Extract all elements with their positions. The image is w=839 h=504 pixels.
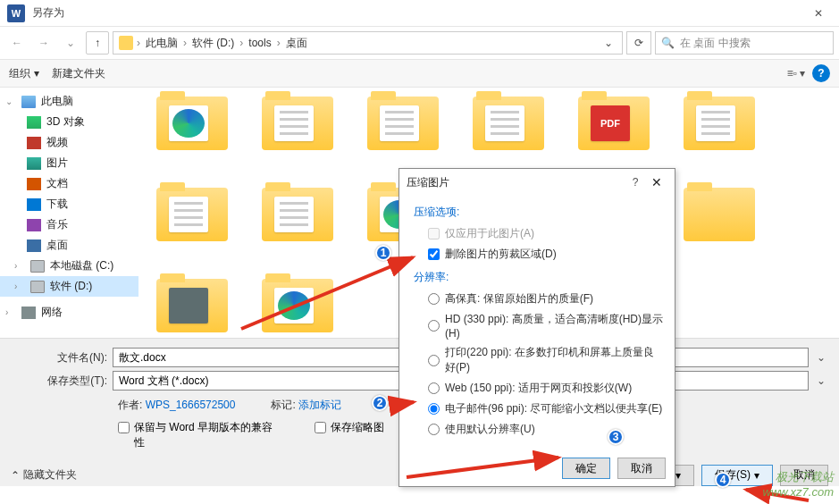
dialog-cancel-button[interactable]: 取消 <box>617 458 666 479</box>
folder-item[interactable] <box>367 97 446 164</box>
radio-hd[interactable]: HD (330 ppi): 高质量，适合高清晰度(HD)显示(H) <box>414 309 664 342</box>
opt-delete-cropped[interactable]: 删除图片的剪裁区域(D) <box>414 244 664 265</box>
help-icon[interactable]: ? <box>812 64 830 82</box>
hide-folders-toggle[interactable]: ⌃ 隐藏文件夹 <box>11 467 77 483</box>
folder-item[interactable] <box>473 97 551 164</box>
nav-forward-button: → <box>32 31 55 55</box>
chevron-down-icon[interactable]: ⌄ <box>600 37 617 49</box>
chevron-right-icon: › <box>137 37 140 49</box>
dialog-help-icon[interactable]: ? <box>625 176 646 189</box>
chevron-right-icon: › <box>277 37 281 49</box>
folder-item[interactable]: PDF <box>578 97 657 164</box>
annotation-marker-2: 2 <box>372 395 388 411</box>
chevron-right-icon: › <box>239 37 243 49</box>
sidebar-item-pic[interactable]: 图片 <box>0 153 138 173</box>
section-resolution: 分辨率: <box>414 270 664 285</box>
dialog-ok-button[interactable]: 确定 <box>562 458 610 479</box>
word-icon: W <box>7 4 25 22</box>
sidebar-item-ddisk[interactable]: ›软件 (D:) <box>0 276 138 297</box>
author-value[interactable]: WPS_1666572500 <box>146 399 236 411</box>
sidebar-item-music[interactable]: 音乐 <box>0 214 138 235</box>
watermark: 极光下载站 www.xz7.com <box>763 469 834 499</box>
sidebar-item-cdisk[interactable]: ›本地磁盘 (C:) <box>0 256 138 276</box>
sidebar-item-net[interactable]: ›网络 <box>0 302 138 323</box>
chevron-down-icon: ▾ <box>754 469 759 482</box>
annotation-marker-3: 3 <box>608 429 624 445</box>
close-icon[interactable]: ✕ <box>805 0 832 27</box>
breadcrumb-desktop[interactable]: 桌面 <box>284 36 309 51</box>
chevron-down-icon: ▾ <box>675 469 681 482</box>
nav-up-button[interactable]: ↑ <box>86 31 109 55</box>
radio-high-fidelity[interactable]: 高保真: 保留原始图片的质量(F) <box>414 289 664 309</box>
folder-item[interactable] <box>156 279 235 338</box>
chevron-down-icon[interactable]: ⌄ <box>814 351 828 364</box>
folder-item[interactable] <box>262 279 340 338</box>
window-title: 另存为 <box>32 5 64 21</box>
sidebar-item-pc[interactable]: ⌄此电脑 <box>0 91 138 112</box>
sidebar-item-video[interactable]: 视频 <box>0 132 138 153</box>
sidebar: ⌄此电脑 3D 对象 视频 图片 文档 下载 音乐 桌面 ›本地磁盘 (C:) … <box>0 88 138 338</box>
chevron-up-icon: ⌃ <box>11 469 20 482</box>
chevron-down-icon[interactable]: ⌄ <box>814 374 828 387</box>
radio-email[interactable]: 电子邮件(96 ppi): 尽可能缩小文档以便共享(E) <box>414 399 664 419</box>
tag-label: 标记: <box>271 399 295 411</box>
thumb-checkbox[interactable]: 保存缩略图 <box>315 420 384 450</box>
tag-value[interactable]: 添加标记 <box>298 399 341 411</box>
annotation-marker-4: 4 <box>715 472 731 488</box>
breadcrumb-d[interactable]: 软件 (D:) <box>190 36 236 51</box>
toolbar: 组织 ▾ 新建文件夹 ≡▫ ▾ ? <box>0 59 839 88</box>
sidebar-item-download[interactable]: 下载 <box>0 194 138 214</box>
folder-item[interactable] <box>262 188 340 256</box>
address-bar[interactable]: › 此电脑 › 软件 (D:) › tools › 桌面 ⌄ <box>113 31 623 55</box>
folder-item[interactable] <box>156 188 235 256</box>
savetype-label: 保存类型(T): <box>11 374 107 389</box>
organize-menu[interactable]: 组织 ▾ <box>9 66 39 81</box>
section-compress-options: 压缩选项: <box>414 205 664 220</box>
radio-web[interactable]: Web (150 ppi): 适用于网页和投影仪(W) <box>414 378 664 399</box>
new-folder-button[interactable]: 新建文件夹 <box>52 66 105 81</box>
search-icon: 🔍 <box>661 37 675 49</box>
folder-item[interactable] <box>262 97 340 164</box>
dialog-close-icon[interactable]: ✕ <box>646 175 667 189</box>
radio-print[interactable]: 打印(220 ppi): 在多数打印机和屏幕上质量良好(P) <box>414 342 664 378</box>
navbar: ← → ⌄ ↑ › 此电脑 › 软件 (D:) › tools › 桌面 ⌄ ⟳… <box>0 27 839 59</box>
sidebar-item-desk[interactable]: 桌面 <box>0 235 138 256</box>
refresh-button[interactable]: ⟳ <box>626 31 651 55</box>
radio-default[interactable]: 使用默认分辨率(U) <box>414 419 664 440</box>
sidebar-item-3d[interactable]: 3D 对象 <box>0 112 138 132</box>
compat-checkbox[interactable]: 保留与 Word 早期版本的兼容性 <box>118 420 279 450</box>
search-input[interactable]: 🔍 在 桌面 中搜索 <box>655 31 834 55</box>
filename-label: 文件名(N): <box>11 350 107 365</box>
breadcrumb-tools[interactable]: tools <box>247 37 273 49</box>
folder-icon <box>119 36 133 50</box>
dialog-title: 压缩图片 <box>407 175 625 190</box>
compress-pictures-dialog: 压缩图片 ? ✕ 压缩选项: 仅应用于此图片(A) 删除图片的剪裁区域(D) 分… <box>399 168 675 487</box>
chevron-right-icon: › <box>183 37 187 49</box>
view-mode-button[interactable]: ≡▫ ▾ <box>785 64 807 82</box>
folder-item[interactable] <box>156 97 235 164</box>
breadcrumb-pc[interactable]: 此电脑 <box>144 36 180 51</box>
nav-recent-button[interactable]: ⌄ <box>59 31 82 55</box>
chevron-down-icon: ▾ <box>34 67 39 80</box>
annotation-marker-1: 1 <box>375 245 391 261</box>
folder-item[interactable] <box>684 188 762 256</box>
author-label: 作者: <box>118 399 142 411</box>
titlebar: W 另存为 ✕ <box>0 0 839 27</box>
search-placeholder: 在 桌面 中搜索 <box>680 36 751 51</box>
sidebar-item-doc[interactable]: 文档 <box>0 173 138 194</box>
opt-apply-only: 仅应用于此图片(A) <box>414 223 664 244</box>
folder-item[interactable] <box>684 97 762 164</box>
nav-back-button[interactable]: ← <box>5 31 29 55</box>
